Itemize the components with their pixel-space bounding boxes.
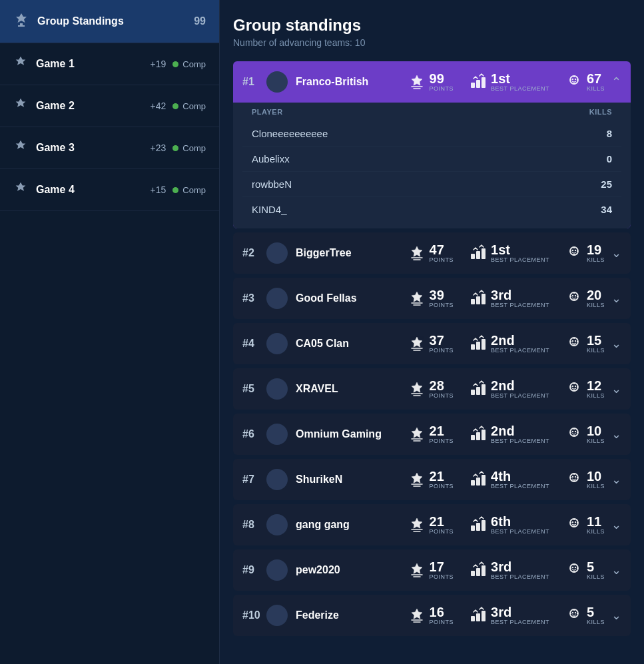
kills-label: KILLS bbox=[587, 529, 605, 535]
points-stat: 39 POINTS bbox=[408, 288, 454, 309]
svg-point-71 bbox=[575, 476, 576, 478]
team-row-2: #2 BiggerTree 47 POINTS 1s bbox=[233, 232, 631, 274]
team-kills-5: 12 bbox=[587, 378, 605, 393]
sidebar-item-game-4[interactable]: Game 4 +15 Comp bbox=[0, 169, 219, 211]
chevron-icon-9: ⌄ bbox=[611, 563, 621, 577]
sidebar: Group Standings 99 Game 1 +19 Comp Game … bbox=[0, 0, 220, 664]
team-row-10: #10 Federize 16 POINTS 3rd bbox=[233, 595, 631, 636]
points-label: POINTS bbox=[430, 484, 454, 490]
team-header-4[interactable]: #4 CA05 Clan 37 POINTS 2nd bbox=[233, 323, 631, 364]
sidebar-item-game-1[interactable]: Game 1 +19 Comp bbox=[0, 43, 219, 85]
team-avatar-9 bbox=[266, 559, 288, 581]
team-header-6[interactable]: #6 Omnium Gaming 21 POINTS bbox=[233, 414, 631, 455]
kills-icon bbox=[565, 335, 583, 352]
svg-point-91 bbox=[575, 567, 576, 568]
main-content: Group standings Number of advancing team… bbox=[220, 0, 644, 664]
team-avatar-6 bbox=[266, 424, 288, 445]
team-header-7[interactable]: #7 ShurikeN 21 POINTS 4th bbox=[233, 459, 631, 500]
sidebar-game-4-status: Comp bbox=[172, 185, 206, 195]
placement-label: BEST PLACEMENT bbox=[491, 574, 549, 581]
placement-stat: 3rd BEST PLACEMENT bbox=[470, 288, 549, 309]
sidebar-item-group-standings[interactable]: Group Standings 99 bbox=[0, 0, 219, 43]
team-name-6: Omnium Gaming bbox=[296, 428, 408, 440]
team-row-7: #7 ShurikeN 21 POINTS 4th bbox=[233, 459, 631, 500]
game-icon-4 bbox=[13, 181, 28, 198]
team-header-2[interactable]: #2 BiggerTree 47 POINTS 1s bbox=[233, 232, 631, 274]
kills-stat: 67 KILLS bbox=[565, 71, 605, 93]
svg-rect-72 bbox=[471, 525, 475, 531]
svg-rect-14 bbox=[482, 248, 485, 259]
team-kills-8: 11 bbox=[587, 514, 605, 529]
kills-icon bbox=[565, 561, 583, 579]
placement-icon bbox=[470, 290, 487, 307]
sidebar-game-1-status: Comp bbox=[172, 59, 206, 69]
sidebar-game-2-label: Game 2 bbox=[36, 100, 151, 112]
page-title: Group standings bbox=[233, 16, 631, 35]
team-stats-3: 39 POINTS 3rd BEST PLACEMENT bbox=[408, 288, 605, 309]
team-name-1: Franco-British bbox=[296, 76, 408, 88]
team-row-8: #8 gang gang 21 POINTS 6th bbox=[233, 504, 631, 545]
team-placement-5: 2nd bbox=[491, 378, 549, 393]
chevron-icon-10: ⌄ bbox=[611, 608, 621, 623]
svg-point-80 bbox=[572, 521, 573, 523]
svg-point-101 bbox=[575, 612, 576, 613]
svg-rect-92 bbox=[471, 616, 475, 621]
points-icon bbox=[408, 380, 426, 398]
svg-point-70 bbox=[572, 476, 573, 478]
kills-icon bbox=[565, 607, 583, 624]
team-points-6: 21 bbox=[430, 424, 454, 438]
points-icon bbox=[408, 290, 426, 307]
placement-icon bbox=[470, 607, 487, 624]
sidebar-item-game-2[interactable]: Game 2 +42 Comp bbox=[0, 85, 219, 127]
placement-label: BEST PLACEMENT bbox=[491, 393, 549, 400]
team-header-5[interactable]: #5 XRAVEL 28 POINTS 2nd bbox=[233, 368, 631, 410]
kills-label: KILLS bbox=[587, 574, 605, 581]
svg-rect-22 bbox=[471, 299, 475, 304]
team-placement-2: 1st bbox=[491, 242, 549, 257]
chevron-icon-4: ⌄ bbox=[611, 336, 621, 351]
team-kills-7: 10 bbox=[587, 469, 605, 484]
team-header-1[interactable]: #1 Franco-British 99 POINTS bbox=[233, 61, 631, 103]
team-points-5: 28 bbox=[430, 378, 454, 393]
sidebar-game-4-label: Game 4 bbox=[36, 184, 151, 196]
team-points-8: 21 bbox=[430, 514, 454, 529]
team-header-8[interactable]: #8 gang gang 21 POINTS 6th bbox=[233, 504, 631, 545]
team-placement-7: 4th bbox=[491, 469, 549, 484]
svg-point-81 bbox=[575, 521, 576, 523]
svg-rect-52 bbox=[471, 435, 475, 440]
status-text: Comp bbox=[182, 101, 206, 111]
team-header-10[interactable]: #10 Federize 16 POINTS 3rd bbox=[233, 595, 631, 636]
placement-icon bbox=[470, 73, 487, 91]
placement-stat: 1st BEST PLACEMENT bbox=[470, 242, 549, 264]
team-header-9[interactable]: #9 pew2020 17 POINTS 3rd bbox=[233, 549, 631, 591]
team-rank-8: #8 bbox=[242, 519, 266, 531]
placement-icon bbox=[470, 426, 487, 443]
team-avatar-4 bbox=[266, 333, 288, 354]
player-name: Cloneeeeeeeeee bbox=[252, 128, 328, 139]
status-dot bbox=[172, 145, 178, 151]
team-row-4: #4 CA05 Clan 37 POINTS 2nd bbox=[233, 323, 631, 364]
placement-label: BEST PLACEMENT bbox=[491, 86, 549, 93]
svg-rect-13 bbox=[476, 251, 480, 259]
team-row-9: #9 pew2020 17 POINTS 3rd bbox=[233, 549, 631, 591]
svg-rect-1 bbox=[18, 25, 25, 27]
game-icon-3 bbox=[13, 139, 28, 157]
page-subtitle: Number of advancing teams: 10 bbox=[233, 37, 631, 48]
kills-label: KILLS bbox=[587, 302, 605, 309]
team-avatar-2 bbox=[266, 242, 288, 264]
sidebar-item-game-3[interactable]: Game 3 +23 Comp bbox=[0, 127, 219, 169]
points-label: POINTS bbox=[430, 438, 454, 445]
kills-icon bbox=[565, 380, 583, 398]
svg-rect-12 bbox=[471, 254, 475, 259]
kills-icon bbox=[565, 73, 583, 91]
players-table: PLAYER KILLS Cloneeeeeeeeee 8 Aubelixx 0… bbox=[233, 103, 631, 228]
points-stat: 99 POINTS bbox=[408, 71, 454, 93]
points-icon bbox=[408, 561, 426, 579]
team-name-4: CA05 Clan bbox=[296, 338, 408, 350]
svg-rect-3 bbox=[476, 80, 480, 88]
team-header-3[interactable]: #3 Good Fellas 39 POINTS 3 bbox=[233, 278, 631, 319]
svg-rect-82 bbox=[471, 571, 475, 576]
sidebar-game-2-points: +42 bbox=[151, 101, 166, 111]
player-row: Aubelixx 0 bbox=[242, 147, 621, 172]
svg-rect-42 bbox=[471, 390, 475, 395]
